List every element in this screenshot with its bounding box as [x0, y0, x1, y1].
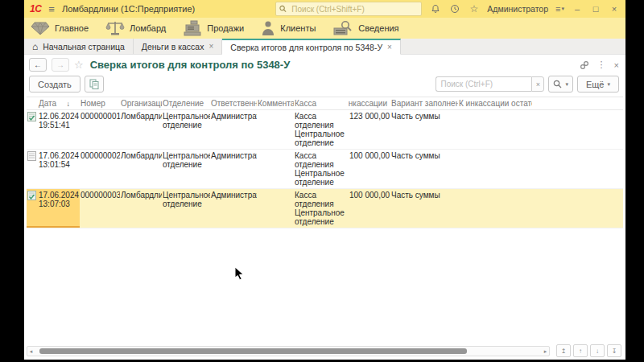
title-bar: 1С ≡ Ломбардлини (1С:Предприятие) ☆ Адми…: [24, 0, 625, 18]
page-down-button[interactable]: ↓: [590, 344, 605, 357]
section-sales[interactable]: Продажи: [183, 20, 244, 36]
window-minimize-button[interactable]: –: [572, 4, 583, 14]
posted-document-icon: [27, 110, 38, 149]
section-label: Сведения: [358, 23, 398, 33]
clear-search-icon[interactable]: ×: [531, 76, 544, 92]
app-window: 1С ≡ Ломбардлини (1С:Предприятие) ☆ Адми…: [24, 0, 625, 360]
global-search[interactable]: [275, 2, 422, 16]
section-label: Продажи: [207, 23, 244, 33]
more-menu-dots-icon[interactable]: ⋮: [597, 60, 606, 70]
app-title: Ломбардлини (1С:Предприятие): [62, 4, 195, 14]
window-maximize-button[interactable]: □: [590, 4, 601, 14]
page-up-button[interactable]: ↑: [573, 344, 588, 357]
tab-close-icon[interactable]: ×: [208, 42, 213, 51]
cell-date: 12.06.2024 19:51:41: [38, 110, 80, 149]
list-navigation-buttons: ↥ ↑ ↓ ↧: [556, 344, 621, 357]
cell-filler: [532, 110, 623, 149]
section-info[interactable]: Сведения: [332, 20, 398, 36]
get-link-icon[interactable]: [580, 60, 589, 70]
cell-comment: [257, 110, 294, 149]
tab-home[interactable]: ⌂ Начальная страница: [24, 39, 134, 54]
section-clients[interactable]: Клиенты: [261, 20, 316, 36]
section-lombard[interactable]: Ломбард: [105, 20, 166, 36]
table-row[interactable]: 17.06.2024 13:01:54 000000002 Ломбардлин…: [27, 150, 623, 189]
forward-button[interactable]: →: [52, 58, 69, 72]
tab-reconciliation-5348u[interactable]: Сверка итогов для контроля по 5348-У ×: [222, 39, 401, 55]
cell-remainder: [458, 110, 532, 149]
cell-amount: 123 000,00: [349, 110, 390, 149]
cell-cashdesk: Касса отделения Центральное отделение: [294, 150, 349, 188]
create-copy-button[interactable]: [85, 76, 104, 93]
info-search-icon: [332, 20, 353, 36]
service-lines-icon: ≡: [555, 4, 560, 14]
horizontal-scrollbar[interactable]: ◂ ▸: [27, 346, 550, 356]
service-settings-icon[interactable]: ≡▾: [555, 4, 564, 14]
scrollbar-thumb[interactable]: [39, 348, 467, 354]
cell-comment: [257, 189, 294, 228]
column-org[interactable]: Организация: [120, 99, 162, 108]
cell-remainder: [458, 189, 532, 228]
go-first-button[interactable]: ↥: [556, 344, 571, 357]
cell-filler: [532, 189, 623, 228]
tab-label: Деньги в кассах: [142, 42, 204, 51]
window-close-button[interactable]: ×: [609, 4, 620, 14]
cell-comment: [257, 150, 294, 188]
column-date[interactable]: Дата↓: [38, 99, 80, 108]
section-label: Ломбард: [130, 23, 166, 33]
create-button[interactable]: Создать: [29, 76, 80, 93]
column-number[interactable]: Номер: [80, 99, 120, 108]
cell-branch: Центральное отделение: [162, 189, 210, 228]
person-icon: [261, 20, 275, 36]
list-toolbar: Создать × ▾ Ещё▾: [24, 74, 625, 97]
cell-date: 17.06.2024 13:01:54: [38, 150, 80, 188]
column-responsible[interactable]: Ответственный: [210, 99, 257, 108]
column-remainder[interactable]: К инкассации остаток: [458, 99, 532, 108]
table-row-selected[interactable]: 17.06.2024 13:07:03 000000003 Ломбардлин…: [27, 189, 623, 228]
home-icon: ⌂: [32, 41, 38, 52]
add-favorite-star-icon[interactable]: ☆: [74, 59, 84, 71]
scales-icon: [105, 20, 125, 36]
scroll-left-icon[interactable]: ◂: [27, 348, 35, 354]
column-branch[interactable]: Отделение: [162, 99, 210, 108]
main-menu-icon[interactable]: ≡: [48, 4, 55, 14]
cell-number: 000000003: [80, 189, 120, 228]
cell-variant: Часть суммы: [390, 150, 458, 188]
go-last-button[interactable]: ↧: [607, 344, 621, 357]
search-options-button[interactable]: ▾: [548, 76, 573, 93]
column-comment[interactable]: Комментарий: [257, 99, 294, 108]
cell-number: 000000002: [80, 150, 120, 188]
scroll-right-icon[interactable]: ▸: [542, 348, 549, 354]
list-form: ← → ☆ Сверка итогов для контроля по 5348…: [24, 55, 625, 360]
caret-down-icon: ▾: [561, 6, 564, 12]
column-amount[interactable]: К инкассации: [349, 99, 390, 108]
cell-org: Ломбардлини: [120, 110, 162, 149]
column-variant[interactable]: Вариант заполнения ...: [390, 99, 458, 108]
cell-responsible: Администратор: [210, 110, 257, 149]
back-button[interactable]: ←: [29, 58, 47, 72]
list-search-input[interactable]: [436, 76, 531, 92]
global-search-input[interactable]: [290, 4, 418, 14]
history-clock-icon[interactable]: [448, 3, 460, 15]
unposted-document-icon: [27, 150, 38, 188]
documents-table: Дата↓ Номер Организация Отделение Ответс…: [24, 97, 625, 360]
tab-bar: ⌂ Начальная страница Деньги в кассах × С…: [24, 39, 625, 55]
caret-down-icon: ▾: [607, 81, 610, 88]
section-main[interactable]: Главное: [31, 21, 89, 35]
table-row[interactable]: 12.06.2024 19:51:41 000000001 Ломбардлин…: [27, 110, 623, 150]
favorites-star-icon[interactable]: ☆: [468, 3, 480, 15]
cell-responsible: Администратор: [210, 189, 257, 228]
section-label: Клиенты: [280, 23, 316, 33]
bottom-bar: ◂ ▸ ↥ ↑ ↓ ↧: [27, 344, 621, 357]
column-cashdesk[interactable]: Касса: [294, 99, 349, 108]
user-menu[interactable]: Администратор: [487, 4, 548, 14]
cell-remainder: [458, 150, 532, 188]
gem-icon: [31, 21, 50, 35]
tab-money-in-cashdesks[interactable]: Деньги в кассах ×: [134, 39, 222, 54]
more-actions-button[interactable]: Ещё▾: [577, 76, 619, 93]
tab-close-icon[interactable]: ×: [387, 43, 392, 51]
cell-amount: 100 000,00: [349, 150, 390, 188]
page-title: Сверка итогов для контроля по 5348-У: [90, 59, 291, 71]
form-close-icon[interactable]: ×: [614, 60, 619, 70]
table-header-row: Дата↓ Номер Организация Отделение Ответс…: [27, 97, 623, 110]
notifications-bell-icon[interactable]: [429, 3, 441, 15]
